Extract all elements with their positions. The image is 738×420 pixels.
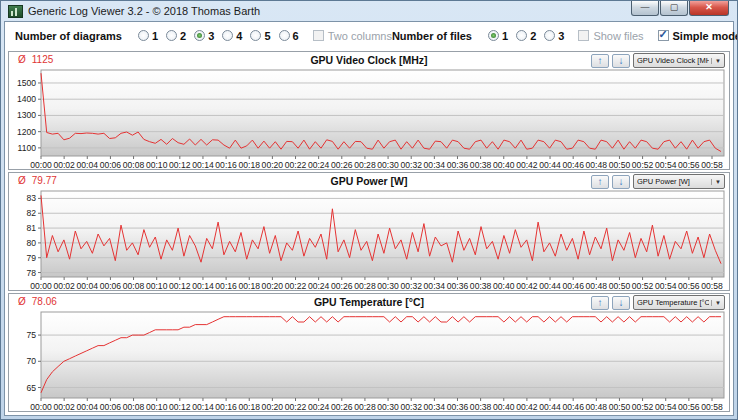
radio-option-6[interactable] bbox=[279, 30, 290, 41]
diagram-count-radio-group: 123456 bbox=[130, 30, 299, 42]
svg-text:1500: 1500 bbox=[17, 78, 36, 88]
svg-text:00:24: 00:24 bbox=[308, 281, 330, 291]
radio-option-5[interactable] bbox=[250, 30, 261, 41]
svg-text:00:20: 00:20 bbox=[262, 160, 284, 170]
minimize-button[interactable]: — bbox=[631, 1, 659, 16]
move-chart-up-button[interactable]: ↑ bbox=[591, 296, 609, 310]
radio-option-label: 1 bbox=[502, 30, 508, 42]
svg-text:00:44: 00:44 bbox=[539, 281, 561, 291]
svg-text:00:46: 00:46 bbox=[562, 402, 584, 412]
svg-text:00:12: 00:12 bbox=[169, 160, 191, 170]
radio-option-3[interactable] bbox=[544, 30, 555, 41]
svg-text:00:40: 00:40 bbox=[493, 281, 515, 291]
app-window: Generic Log Viewer 3.2 - © 2018 Thomas B… bbox=[0, 0, 738, 420]
average-value: Ø79.77 bbox=[18, 175, 57, 186]
svg-text:00:38: 00:38 bbox=[470, 160, 492, 170]
svg-text:00:44: 00:44 bbox=[539, 160, 561, 170]
chart-panel-gpu-power: Ø79.77 GPU Power [W] ↑ ↓ GPU Power [W] ▼… bbox=[8, 172, 730, 291]
simple-mode-checkbox[interactable] bbox=[658, 30, 669, 41]
window-title: Generic Log Viewer 3.2 - © 2018 Thomas B… bbox=[28, 5, 260, 17]
svg-text:00:02: 00:02 bbox=[53, 281, 75, 291]
gpu-video-clock-plot[interactable]: 1100120013001400150000:0000:0200:0400:06… bbox=[9, 68, 729, 169]
svg-text:00:52: 00:52 bbox=[632, 281, 654, 291]
svg-text:00:30: 00:30 bbox=[377, 160, 399, 170]
svg-text:00:28: 00:28 bbox=[354, 160, 376, 170]
svg-text:00:54: 00:54 bbox=[655, 402, 677, 412]
svg-text:1400: 1400 bbox=[17, 94, 36, 104]
chart-panel-gpu-video-clock: Ø1125 GPU Video Clock [MHz] ↑ ↓ GPU Vide… bbox=[8, 51, 730, 170]
signal-select-dropdown[interactable]: GPU Power [W] ▼ bbox=[633, 174, 725, 189]
move-chart-up-button[interactable]: ↑ bbox=[591, 175, 609, 189]
window-content: Number of diagrams 123456 Two columns Nu… bbox=[4, 21, 734, 416]
radio-option-1[interactable] bbox=[488, 30, 499, 41]
gpu-power-plot[interactable]: 78798081828300:0000:0200:0400:0600:0800:… bbox=[9, 189, 729, 290]
chart-panel-gpu-temperature: Ø78.06 GPU Temperature [°C] ↑ ↓ GPU Temp… bbox=[8, 293, 730, 412]
svg-text:00:10: 00:10 bbox=[146, 281, 168, 291]
title-bar[interactable]: Generic Log Viewer 3.2 - © 2018 Thomas B… bbox=[1, 1, 737, 21]
move-chart-down-button[interactable]: ↓ bbox=[612, 296, 630, 310]
svg-text:00:58: 00:58 bbox=[701, 160, 723, 170]
svg-text:75: 75 bbox=[26, 330, 36, 340]
svg-text:1100: 1100 bbox=[18, 143, 37, 153]
two-columns-checkbox[interactable] bbox=[313, 30, 324, 41]
svg-text:00:10: 00:10 bbox=[146, 402, 168, 412]
svg-text:00:22: 00:22 bbox=[285, 402, 307, 412]
chevron-down-icon: ▼ bbox=[711, 300, 721, 306]
svg-text:65: 65 bbox=[26, 383, 36, 393]
radio-option-1[interactable] bbox=[138, 30, 149, 41]
svg-text:00:56: 00:56 bbox=[678, 281, 700, 291]
chevron-down-icon: ▼ bbox=[711, 58, 721, 64]
radio-option-2[interactable] bbox=[516, 30, 527, 41]
signal-select-dropdown[interactable]: GPU Temperature [°C] ▼ bbox=[633, 295, 725, 310]
svg-text:80: 80 bbox=[26, 238, 36, 248]
svg-text:00:06: 00:06 bbox=[100, 402, 122, 412]
radio-option-4[interactable] bbox=[222, 30, 233, 41]
svg-text:00:08: 00:08 bbox=[123, 281, 145, 291]
app-icon bbox=[8, 5, 23, 18]
number-of-diagrams-label: Number of diagrams bbox=[15, 30, 122, 42]
radio-option-label: 2 bbox=[530, 30, 536, 42]
chart-panels: Ø1125 GPU Video Clock [MHz] ↑ ↓ GPU Vide… bbox=[5, 49, 733, 415]
move-chart-down-button[interactable]: ↓ bbox=[612, 175, 630, 189]
radio-option-label: 3 bbox=[208, 30, 214, 42]
svg-text:00:22: 00:22 bbox=[285, 160, 307, 170]
show-files-checkbox[interactable] bbox=[578, 30, 589, 41]
svg-text:00:44: 00:44 bbox=[539, 402, 561, 412]
radio-option-label: 5 bbox=[264, 30, 270, 42]
svg-text:00:10: 00:10 bbox=[146, 160, 168, 170]
svg-text:00:04: 00:04 bbox=[77, 160, 99, 170]
toolbar: Number of diagrams 123456 Two columns Nu… bbox=[5, 22, 733, 49]
simple-mode-label: Simple mode bbox=[673, 30, 738, 42]
svg-text:00:18: 00:18 bbox=[238, 402, 260, 412]
svg-text:00:36: 00:36 bbox=[447, 402, 469, 412]
svg-text:00:40: 00:40 bbox=[493, 160, 515, 170]
svg-text:00:00: 00:00 bbox=[30, 402, 52, 412]
svg-text:81: 81 bbox=[26, 223, 36, 233]
radio-option-2[interactable] bbox=[166, 30, 177, 41]
two-columns-label: Two columns bbox=[328, 30, 392, 42]
signal-select-dropdown[interactable]: GPU Video Clock [MHz] ▼ bbox=[633, 53, 725, 68]
radio-option-3[interactable] bbox=[194, 30, 205, 41]
svg-text:00:46: 00:46 bbox=[562, 160, 584, 170]
close-button[interactable]: ✕ bbox=[689, 1, 729, 16]
svg-text:00:50: 00:50 bbox=[609, 281, 631, 291]
svg-text:00:24: 00:24 bbox=[308, 402, 330, 412]
move-chart-down-button[interactable]: ↓ bbox=[612, 54, 630, 68]
svg-text:00:26: 00:26 bbox=[331, 160, 353, 170]
gpu-temperature-plot[interactable]: 65707500:0000:0200:0400:0600:0800:1000:1… bbox=[9, 310, 729, 411]
maximize-button[interactable]: ▢ bbox=[660, 1, 688, 16]
svg-text:00:42: 00:42 bbox=[516, 402, 538, 412]
svg-text:00:54: 00:54 bbox=[655, 160, 677, 170]
svg-text:00:12: 00:12 bbox=[169, 281, 191, 291]
svg-text:00:08: 00:08 bbox=[123, 160, 145, 170]
svg-text:00:34: 00:34 bbox=[424, 281, 446, 291]
average-value: Ø78.06 bbox=[18, 296, 57, 307]
svg-text:1300: 1300 bbox=[17, 110, 36, 120]
svg-text:00:32: 00:32 bbox=[400, 160, 422, 170]
svg-text:00:28: 00:28 bbox=[354, 402, 376, 412]
svg-text:00:08: 00:08 bbox=[123, 402, 145, 412]
radio-option-label: 4 bbox=[236, 30, 242, 42]
svg-text:00:40: 00:40 bbox=[493, 402, 515, 412]
number-of-files-label: Number of files bbox=[392, 30, 472, 42]
move-chart-up-button[interactable]: ↑ bbox=[591, 54, 609, 68]
